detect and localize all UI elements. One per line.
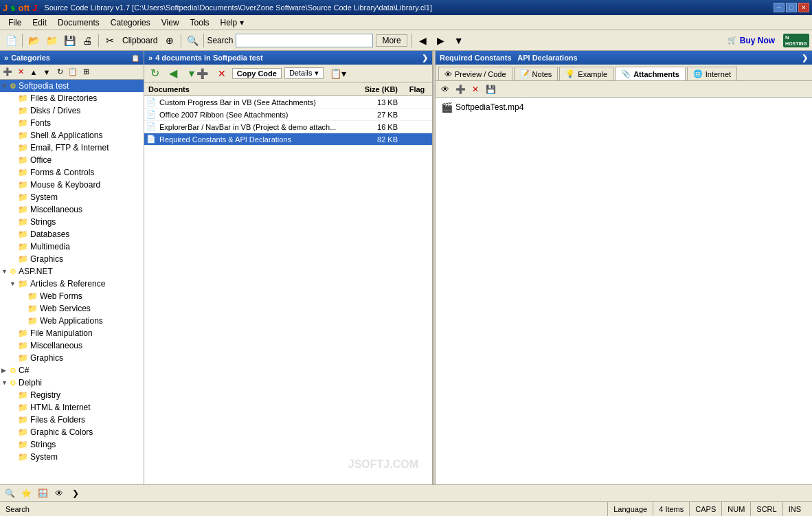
copy-code-button[interactable]: Copy Code — [232, 68, 282, 79]
tree-item-multimedia[interactable]: ▶ 📁 Multimedia — [0, 240, 144, 253]
properties-btn[interactable]: 📋 — [67, 66, 79, 78]
tree-item-mouse[interactable]: ▶ 📁 Mouse & Keyboard — [0, 179, 144, 191]
menu-categories[interactable]: Categories — [105, 16, 156, 29]
tree-item-graphic-colors[interactable]: ▶ 📁 Graphic & Colors — [0, 426, 144, 438]
tree-item-webforms[interactable]: ▶ 📁 Web Forms — [0, 290, 144, 302]
up-btn[interactable]: ▲ — [27, 66, 40, 78]
categories-copy-icon[interactable]: 📋 — [131, 54, 139, 62]
menu-edit[interactable]: Edit — [27, 16, 52, 29]
view-btn[interactable]: 📋▾ — [326, 67, 350, 80]
tree-item-fonts[interactable]: ▶ 📁 Fonts — [0, 117, 144, 129]
buy-now[interactable]: 🛒 Buy Now NHOSTING — [728, 34, 809, 47]
windows-btn[interactable]: 🪟 — [36, 487, 49, 500]
tree-item-forms[interactable]: ▶ 📁 Forms & Controls — [0, 166, 144, 179]
search-input[interactable] — [236, 34, 373, 47]
maximize-button[interactable]: □ — [786, 3, 797, 12]
back-docs-btn[interactable]: ◀ — [166, 67, 181, 80]
new-button[interactable]: 📄 — [3, 33, 19, 48]
tree-item-aspnet[interactable]: ▼ ⚙ ASP.NET — [0, 265, 144, 278]
tab-notes[interactable]: 📝 Notes — [514, 67, 559, 80]
scissors-button[interactable]: ✂ — [102, 33, 118, 48]
nav-fwd-button[interactable]: ▶ — [433, 33, 449, 48]
tree-item-articles[interactable]: ▼ 📁 Articles & Reference — [0, 278, 144, 290]
tree-item-misc2[interactable]: ▶ 📁 Miscellaneous — [0, 339, 144, 352]
att-add-btn[interactable]: ➕ — [453, 83, 467, 96]
refresh-docs-btn[interactable]: ↻ — [147, 67, 163, 80]
more-button[interactable]: More — [376, 34, 407, 47]
down-btn[interactable]: ▼ — [41, 66, 53, 78]
menu-view[interactable]: View — [156, 16, 185, 29]
minimize-button[interactable]: ─ — [774, 3, 785, 12]
search-bot-btn[interactable]: 🔍 — [3, 487, 16, 500]
menu-help[interactable]: Help ▾ — [215, 16, 249, 29]
attachments-icon: 📎 — [621, 69, 631, 78]
doc-row-3[interactable]: 📄 Required Constants & API Declarations … — [144, 133, 432, 146]
tree-item-html[interactable]: ▶ 📁 HTML & Internet — [0, 401, 144, 414]
tree-item-softpedia[interactable]: ▼ ⚙ Softpedia test — [0, 80, 144, 92]
doc-row-0[interactable]: 📄 Custom Progress Bar in VB (See Attachm… — [144, 96, 432, 109]
arrow-btn[interactable]: ❯ — [69, 487, 82, 500]
tree-item-misc1[interactable]: ▶ 📁 Miscellaneous — [0, 203, 144, 216]
right-header-expand[interactable]: ❯ — [802, 54, 808, 63]
tree-item-graphics1[interactable]: ▶ 📁 Graphics — [0, 253, 144, 265]
attachment-item[interactable]: 🎬 SoftpediaTest.mp4 — [438, 100, 809, 114]
close-button[interactable]: ✕ — [798, 3, 809, 12]
tab-attachments[interactable]: 📎 Attachments — [615, 67, 686, 80]
tab-internet[interactable]: 🌐 Internet — [687, 67, 737, 80]
tree-item-filesfolders[interactable]: ▶ 📁 Files & Folders — [0, 414, 144, 426]
folder-icon: 📁 — [18, 254, 28, 264]
tree-item-strings1[interactable]: ▶ 📁 Strings — [0, 216, 144, 228]
menu-tools[interactable]: Tools — [185, 16, 215, 29]
att-del-btn[interactable]: ✕ — [469, 83, 482, 96]
tree-item-webservices[interactable]: ▶ 📁 Web Services — [0, 302, 144, 315]
print-button[interactable]: 🖨 — [79, 33, 95, 48]
add-doc-btn[interactable]: ▼➕ — [183, 67, 212, 80]
center-arrow-icon[interactable]: ❯ — [422, 54, 428, 63]
tree-item-databases[interactable]: ▶ 📁 Databases — [0, 228, 144, 240]
open-button[interactable]: 📂 — [25, 33, 42, 48]
tab-example[interactable]: 💡 Example — [559, 67, 613, 80]
tree-item-files-dirs[interactable]: ▶ 📁 Files & Directories — [0, 92, 144, 104]
copy-button[interactable]: ⊕ — [161, 33, 178, 48]
tree-item-graphics2[interactable]: ▶ 📁 Graphics — [0, 352, 144, 364]
doc-row-1[interactable]: 📄 Office 2007 Ribbon (See Attachments) 2… — [144, 109, 432, 121]
del-doc-btn[interactable]: ✕ — [214, 67, 229, 80]
search-icon-btn[interactable]: 🔍 — [184, 33, 201, 48]
doc-row-2[interactable]: 📄 ExplorerBar / NavBar in VB (Project & … — [144, 121, 432, 133]
tree-item-webapps[interactable]: ▶ 📁 Web Applications — [0, 315, 144, 327]
att-view-btn[interactable]: 👁 — [438, 83, 452, 96]
tree-item-strings2[interactable]: ▶ 📁 Strings — [0, 438, 144, 451]
doc-size-1: 27 KB — [348, 111, 403, 119]
tree-item-registry[interactable]: ▶ 📁 Registry — [0, 389, 144, 401]
open-folder-button[interactable]: 📁 — [43, 33, 60, 48]
del-category-btn[interactable]: ✕ — [14, 66, 27, 78]
preview-icon: 👁 — [444, 70, 452, 78]
tree-item-csharp[interactable]: ▶ ⚙ C# — [0, 364, 144, 377]
tab-preview[interactable]: 👁 Preview / Code — [438, 67, 512, 80]
att-save-btn[interactable]: 💾 — [484, 83, 497, 96]
doc-icon-3: 📄 — [146, 135, 157, 144]
right-toolbar: 👁 ➕ ✕ 💾 — [436, 81, 812, 98]
tree-item-delphi[interactable]: ▼ ⚙ Delphi — [0, 377, 144, 389]
menu-file[interactable]: File — [3, 16, 27, 29]
nav-down-button[interactable]: ▼ — [451, 33, 467, 48]
favorites-btn[interactable]: ⭐ — [19, 487, 33, 500]
col-header-size: Size (KB) — [348, 85, 403, 93]
tree-item-disks[interactable]: ▶ 📁 Disks / Drives — [0, 104, 144, 117]
tree-item-system2[interactable]: ▶ 📁 System — [0, 451, 144, 463]
expand-all-btn[interactable]: ⊞ — [80, 66, 92, 78]
tree-item-shell[interactable]: ▶ 📁 Shell & Applications — [0, 129, 144, 142]
nav-back-button[interactable]: ◀ — [415, 33, 431, 48]
tree-item-system[interactable]: ▶ 📁 System — [0, 191, 144, 203]
main-toolbar: 📄 📂 📁 💾 🖨 ✂ Clipboard ⊕ 🔍 Search More ◀ … — [0, 30, 812, 51]
details-button[interactable]: Details ▾ — [284, 67, 324, 79]
tree-item-email[interactable]: ▶ 📁 Email, FTP & Internet — [0, 142, 144, 154]
tree-item-filemanip[interactable]: ▶ 📁 File Manipulation — [0, 327, 144, 339]
hosting-logo: NHOSTING — [783, 34, 809, 47]
tree-item-office[interactable]: ▶ 📁 Office — [0, 154, 144, 166]
eye-btn[interactable]: 👁 — [52, 487, 66, 500]
menu-documents[interactable]: Documents — [52, 16, 105, 29]
refresh-btn[interactable]: ↻ — [54, 66, 66, 78]
add-category-btn[interactable]: ➕ — [1, 66, 14, 78]
save-button[interactable]: 💾 — [61, 33, 78, 48]
